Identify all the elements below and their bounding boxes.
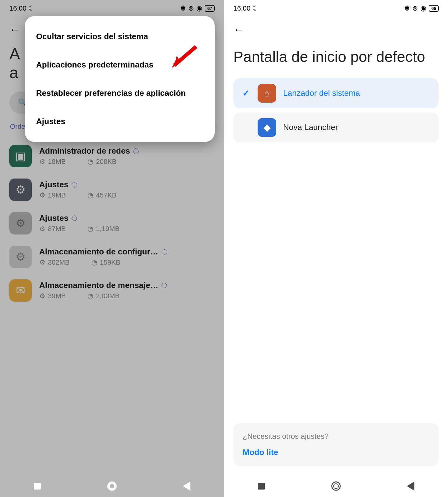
navigation-bar	[224, 475, 448, 497]
battery-icon: 66	[429, 5, 439, 12]
wifi-icon: ◉	[196, 4, 202, 12]
lite-mode-link[interactable]: Modo lite	[243, 448, 429, 457]
launcher-option-nova[interactable]: ◆ Nova Launcher	[233, 113, 439, 142]
back-button[interactable]: ←	[9, 21, 21, 39]
moon-icon: ☾	[28, 4, 35, 12]
header: ←	[224, 17, 448, 39]
navigation-bar	[0, 475, 224, 497]
footer-card: ¿Necesitas otros ajustes? Modo lite	[233, 423, 439, 466]
home-icon: ⌂	[258, 84, 276, 103]
launcher-option-system[interactable]: ✓ ⌂ Lanzador del sistema	[233, 78, 439, 108]
phone-left: 16:00 ☾ ✱ ⊗ ◉ 67 ← Aa 🔍 Buscar entre 384…	[0, 0, 224, 497]
nav-home-button[interactable]	[107, 481, 117, 491]
menu-item-settings[interactable]: Ajustes	[25, 107, 215, 136]
moon-icon: ☾	[252, 4, 259, 12]
dnd-icon: ⊗	[188, 4, 194, 12]
battery-icon: 67	[205, 5, 215, 12]
nav-home-button[interactable]	[331, 481, 341, 491]
wifi-icon: ◉	[420, 4, 426, 12]
bluetooth-icon: ✱	[180, 4, 186, 12]
status-bar: 16:00 ☾ ✱ ⊗ ◉ 66	[224, 0, 448, 17]
phone-right: 16:00 ☾ ✱ ⊗ ◉ 66 ← Pantalla de inicio po…	[224, 0, 448, 497]
back-button[interactable]: ←	[233, 21, 245, 39]
check-icon: ✓	[241, 88, 251, 98]
nav-recent-button[interactable]	[256, 481, 267, 491]
status-bar: 16:00 ☾ ✱ ⊗ ◉ 67	[0, 0, 224, 17]
overflow-menu: Ocultar servicios del sistema Aplicacion…	[25, 16, 215, 142]
nova-icon: ◆	[258, 118, 276, 137]
nav-back-button[interactable]	[405, 481, 416, 491]
clock: 16:00	[9, 4, 26, 12]
clock: 16:00	[233, 4, 250, 12]
dnd-icon: ⊗	[412, 4, 418, 12]
nav-recent-button[interactable]	[32, 481, 43, 491]
nav-back-button[interactable]	[181, 481, 192, 491]
footer-question: ¿Necesitas otros ajustes?	[243, 432, 429, 441]
page-title: Pantalla de inicio por defecto	[224, 39, 448, 78]
launcher-options: ✓ ⌂ Lanzador del sistema ◆ Nova Launcher	[224, 78, 448, 142]
menu-item-reset-prefs[interactable]: Restablecer preferencias de aplicación	[25, 79, 215, 107]
arrow-annotation-icon	[168, 44, 199, 76]
bluetooth-icon: ✱	[404, 4, 410, 12]
